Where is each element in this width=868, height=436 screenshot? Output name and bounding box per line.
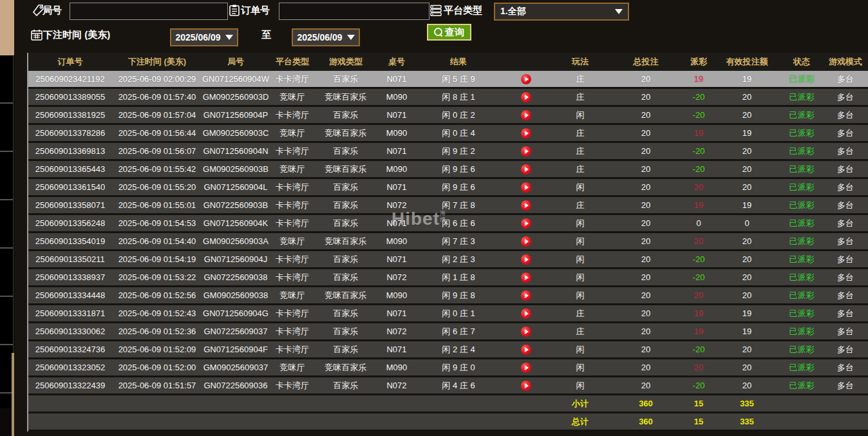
cell-round-number: GN0722560903B: [202, 200, 269, 210]
cell-payout: 20: [684, 290, 713, 300]
cell-platform-type: 卡卡湾厅: [269, 73, 316, 85]
cell-status: 已派彩: [780, 326, 823, 337]
play-icon[interactable]: [521, 110, 531, 120]
play-icon[interactable]: [521, 182, 531, 193]
platform-type-select[interactable]: 1.全部: [494, 3, 629, 21]
table-row[interactable]: 250609013356248 2025-06-09 01:54:53 GN07…: [28, 215, 868, 233]
play-icon[interactable]: [521, 254, 531, 265]
cell-round-number: GN0712560904L: [202, 182, 269, 192]
table-row[interactable]: 250609013338937 2025-06-09 01:53:22 GN07…: [28, 269, 868, 287]
play-icon[interactable]: [521, 218, 531, 229]
cell-payout: 19: [684, 327, 713, 336]
cell-result: 闲 6 庄 7: [417, 326, 500, 337]
cell-game-type: 百家乐: [316, 200, 376, 211]
date-to-value: 2025/06/09: [297, 32, 342, 43]
round-number-label: 局号: [42, 5, 62, 17]
cell-result: 闲 7 庄 8: [417, 200, 500, 211]
play-icon[interactable]: [521, 128, 531, 138]
cell-replay: [500, 345, 552, 355]
cell-status: 已派彩: [780, 146, 823, 157]
cell-game-mode: 多台: [823, 308, 868, 319]
table-row[interactable]: 250609013354019 2025-06-09 01:54:40 GM09…: [28, 233, 868, 251]
cell-payout: -20: [684, 164, 713, 174]
cell-total-bet: 20: [608, 272, 684, 282]
table-row[interactable]: 250609013358071 2025-06-09 01:55:01 GN07…: [28, 197, 868, 215]
summary-total-bet: 360: [608, 417, 684, 426]
play-icon[interactable]: [521, 327, 531, 337]
cell-status: 已派彩: [780, 254, 823, 265]
play-icon[interactable]: [521, 164, 531, 175]
cell-platform-type: 卡卡湾厅: [269, 308, 316, 319]
table-row[interactable]: 250609013365443 2025-06-09 01:55:42 GM09…: [28, 161, 868, 179]
round-number-input[interactable]: [70, 3, 228, 20]
table-row[interactable]: 250609013330062 2025-06-09 01:52:36 GN07…: [28, 323, 868, 341]
query-button[interactable]: 查询: [427, 24, 471, 41]
cell-result: 闲 9 庄 6: [417, 164, 500, 175]
play-icon[interactable]: [521, 345, 531, 355]
cell-result: 闲 0 庄 2: [417, 109, 500, 121]
table-row[interactable]: 250609013361540 2025-06-09 01:55:20 GN07…: [28, 179, 868, 197]
table-row[interactable]: 250609013378286 2025-06-09 01:56:44 GM09…: [28, 125, 868, 143]
cell-game-type: 百家乐: [316, 380, 376, 392]
cell-platform-type: 卡卡湾厅: [269, 146, 316, 157]
cell-bet-time: 2025-06-09 01:57:40: [112, 92, 202, 102]
play-icon[interactable]: [521, 308, 531, 319]
platform-type-value: 1.全部: [500, 6, 526, 17]
table-row[interactable]: 250609013381925 2025-06-09 01:57:04 GN07…: [28, 107, 868, 125]
summary-payout: 15: [684, 417, 713, 426]
table-row[interactable]: 250609013324736 2025-06-09 01:52:09 GN07…: [28, 341, 868, 359]
cell-total-bet: 20: [608, 327, 684, 336]
cell-bet-type: 庄: [552, 326, 608, 337]
cell-result: 闲 2 庄 4: [417, 344, 500, 355]
subtotal-row: 小计36015335: [28, 395, 868, 413]
play-icon[interactable]: [521, 236, 531, 247]
cell-bet-time: 2025-06-09 01:53:22: [112, 272, 202, 282]
table-row[interactable]: 250609013334448 2025-06-09 01:52:56 GM09…: [28, 287, 868, 305]
cell-game-mode: 多台: [823, 254, 868, 265]
play-icon[interactable]: [521, 200, 531, 211]
cell-total-bet: 20: [608, 308, 684, 318]
cell-payout: 19: [684, 74, 713, 84]
date-from-picker[interactable]: 2025/06/09: [170, 28, 238, 46]
date-to-picker[interactable]: 2025/06/09: [292, 28, 360, 46]
table-row[interactable]: 250609013323052 2025-06-09 01:52:00 GM09…: [28, 359, 868, 377]
cell-payout: 19: [684, 308, 713, 318]
cell-order-number: 250609013389055: [28, 92, 112, 102]
cell-platform-type: 竞咪厅: [269, 290, 316, 301]
bet-records-table: 订单号下注时间 (美东)局号平台类型游戏类型桌号结果玩法总投注派彩有效投注额状态…: [27, 53, 868, 431]
cell-game-mode: 多台: [823, 272, 868, 283]
table-row[interactable]: 250609013331871 2025-06-09 01:52:43 GN07…: [28, 305, 868, 323]
cell-platform-type: 卡卡湾厅: [269, 200, 316, 211]
cell-bet-type: 闲: [552, 344, 608, 355]
play-icon[interactable]: [521, 146, 531, 156]
play-icon[interactable]: [521, 272, 531, 283]
play-icon[interactable]: [521, 92, 531, 102]
cell-replay: [500, 182, 552, 193]
cell-game-type: 百家乐: [316, 109, 376, 121]
table-row[interactable]: 250609013389055 2025-06-09 01:57:40 GM09…: [28, 89, 868, 107]
play-icon[interactable]: [521, 381, 531, 391]
table-row[interactable]: 250609013369813 2025-06-09 01:56:07 GN07…: [28, 143, 868, 161]
cell-platform-type: 竞咪厅: [269, 236, 316, 247]
cell-round-number: GN07225609037: [202, 327, 269, 336]
calendar-icon: [30, 28, 43, 41]
play-icon[interactable]: [521, 290, 531, 301]
order-number-input[interactable]: [279, 3, 429, 20]
table-row[interactable]: 250609013350211 2025-06-09 01:54:19 GN07…: [28, 251, 868, 269]
cell-table-number: N071: [376, 308, 417, 318]
cell-result: 闲 9 庄 0: [417, 362, 500, 374]
cell-bet-type: 闲: [552, 362, 608, 374]
table-row[interactable]: 250609013322439 2025-06-09 01:51:57 GN07…: [28, 377, 868, 395]
play-icon[interactable]: [521, 363, 531, 373]
cell-replay: [500, 272, 552, 283]
column-header: 有效投注额: [713, 56, 780, 68]
play-icon[interactable]: [521, 74, 531, 84]
cell-bet-type: 闲: [552, 272, 608, 283]
cell-valid-bet: 19: [713, 128, 780, 138]
cell-round-number: GM0902560903B: [202, 164, 269, 174]
cell-bet-time: 2025-06-09 01:56:07: [112, 146, 202, 156]
table-row[interactable]: 250609023421192 2025-06-09 02:00:29 GN07…: [28, 71, 868, 89]
cell-status: 已派彩: [780, 236, 823, 247]
cell-bet-type: 闲: [552, 236, 608, 247]
cell-order-number: 250609013324736: [28, 345, 112, 354]
